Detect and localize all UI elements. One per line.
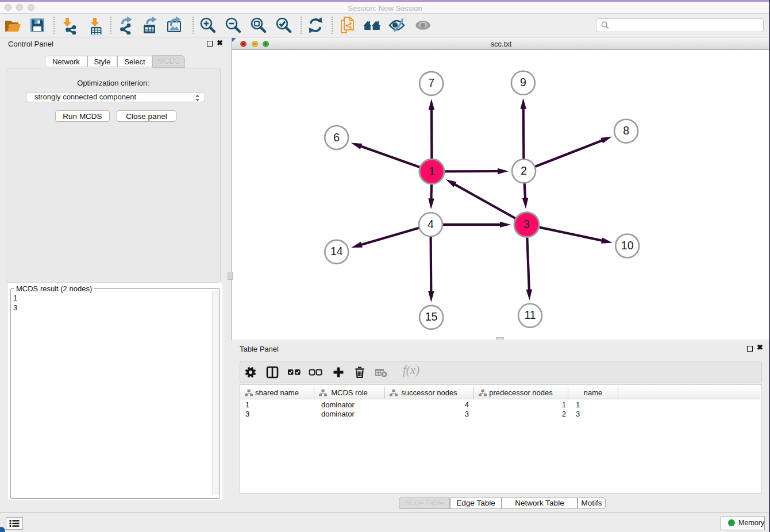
svg-text:10: 10 bbox=[621, 239, 634, 252]
svg-text:15: 15 bbox=[425, 310, 438, 323]
svg-text:2: 2 bbox=[521, 164, 527, 177]
svg-text:6: 6 bbox=[333, 131, 340, 144]
svg-text:4: 4 bbox=[428, 218, 434, 230]
svg-text:7: 7 bbox=[428, 76, 434, 89]
svg-text:9: 9 bbox=[520, 76, 526, 88]
svg-text:1: 1 bbox=[429, 165, 435, 178]
svg-text:8: 8 bbox=[623, 124, 629, 137]
svg-text:14: 14 bbox=[330, 245, 343, 257]
svg-text:11: 11 bbox=[524, 309, 536, 321]
svg-text:3: 3 bbox=[523, 218, 530, 230]
